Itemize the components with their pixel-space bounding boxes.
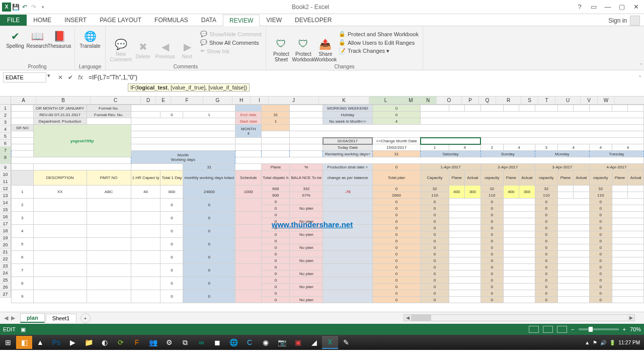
- taskbar-app-11[interactable]: ⧉: [177, 336, 193, 349]
- track-changes-button[interactable]: 📝 Track Changes ▾: [339, 47, 419, 55]
- insert-function-icon[interactable]: fx: [75, 72, 86, 82]
- zoom-slider[interactable]: [579, 328, 619, 330]
- status-mode: EDIT: [3, 326, 16, 332]
- tray-battery-icon[interactable]: 🔋: [609, 340, 615, 345]
- page-break-view-icon[interactable]: [557, 326, 567, 333]
- taskbar-app-16[interactable]: ◉: [258, 336, 274, 349]
- formula-input[interactable]: [86, 72, 644, 82]
- taskbar-app-14[interactable]: 🌐: [225, 336, 242, 349]
- page-layout-view-icon[interactable]: [543, 326, 553, 333]
- formula-bar: EDATE ▾ ✕ ✔ fx ⌄ IF(logical_test, [value…: [0, 70, 644, 97]
- window-title: Book2 - Excel: [47, 4, 574, 11]
- group-changes: 🛡Protect Sheet 🛡Protect Workbook 📤Share …: [266, 26, 423, 70]
- scrollbar-thumb[interactable]: [411, 315, 431, 321]
- sheet-tab-bar: ◀ ▶ plan Sheet1 + ◀ ▶: [0, 312, 644, 324]
- row-headers[interactable]: 1234567891011121314151617181920212223242…: [0, 105, 11, 298]
- allow-edit-ranges-button[interactable]: 🔓 Allow Users to Edit Ranges: [339, 39, 419, 46]
- zoom-in-icon[interactable]: +: [623, 326, 626, 332]
- tab-home[interactable]: HOME: [27, 14, 58, 26]
- maximize-icon[interactable]: ▢: [616, 2, 628, 12]
- tab-page-layout[interactable]: PAGE LAYOUT: [93, 14, 148, 26]
- taskbar-app-3[interactable]: Ps: [48, 336, 64, 349]
- taskbar-app-6[interactable]: ◐: [97, 336, 113, 349]
- scroll-left-icon[interactable]: ◀: [404, 315, 411, 321]
- taskbar-app-19[interactable]: ◢: [306, 336, 322, 349]
- expand-formula-bar-icon[interactable]: ⌄: [638, 72, 642, 78]
- tab-formulas[interactable]: FORMULAS: [148, 14, 195, 26]
- group-language: 🌐Translate Language: [75, 26, 106, 70]
- tab-insert[interactable]: INSERT: [58, 14, 93, 26]
- group-proofing: ✔Spelling 📖Research 📕Thesaurus Proofing: [0, 26, 75, 70]
- collapse-ribbon-icon[interactable]: ˆ: [640, 63, 642, 69]
- start-button[interactable]: ⊞: [0, 336, 16, 349]
- research-button[interactable]: 📖Research: [26, 27, 48, 49]
- name-box-dropdown-icon[interactable]: ▾: [46, 72, 51, 79]
- taskbar-app-12[interactable]: ∞: [193, 336, 209, 349]
- formula-tooltip: IF(logical_test, [value_if_true], [value…: [128, 83, 250, 92]
- title-bar: X 💾 ↶ ↷ ▾ Book2 - Excel ? ▭ — ▢ ✕: [0, 0, 644, 14]
- show-hide-comment-button[interactable]: 💬 Show/Hide Comment: [200, 30, 262, 38]
- sign-in-link[interactable]: Sign in: [608, 17, 627, 24]
- taskbar-app-8[interactable]: F: [129, 336, 145, 349]
- excel-icon: X: [2, 3, 11, 12]
- horizontal-scrollbar[interactable]: ◀ ▶: [404, 314, 635, 321]
- system-tray[interactable]: ▲ ⚑ 🔊 🔋 11:27 PM: [585, 340, 644, 345]
- taskbar-app-9[interactable]: 👥: [145, 336, 161, 349]
- worksheet-area: ABCDEFGHIJKLMNOPQRSTUVW 1234567891011121…: [0, 97, 644, 312]
- scroll-right-icon[interactable]: ▶: [627, 315, 634, 321]
- zoom-level[interactable]: 70%: [630, 326, 641, 332]
- thesaurus-button[interactable]: 📕Thesaurus: [48, 27, 70, 49]
- tab-file[interactable]: FILE: [0, 15, 27, 26]
- save-icon[interactable]: 💾: [11, 3, 20, 12]
- taskbar-app-1[interactable]: ◧: [16, 336, 32, 349]
- tray-clock[interactable]: 11:27 PM: [618, 340, 640, 345]
- macro-record-icon[interactable]: ▣: [21, 326, 26, 333]
- name-box[interactable]: EDATE: [3, 72, 46, 82]
- minimize-icon[interactable]: —: [602, 2, 614, 12]
- normal-view-icon[interactable]: [529, 326, 539, 333]
- tab-data[interactable]: DATA: [195, 14, 223, 26]
- taskbar-app-2[interactable]: ▲: [32, 336, 48, 349]
- ribbon-tabs: FILE HOME INSERT PAGE LAYOUT FORMULAS DA…: [0, 14, 644, 26]
- taskbar-app-4[interactable]: ▶: [64, 336, 80, 349]
- taskbar-app-18[interactable]: ▣: [290, 336, 306, 349]
- sheet-nav-prev-icon[interactable]: ◀: [4, 315, 8, 321]
- taskbar-app-5[interactable]: 📁: [80, 336, 97, 349]
- taskbar-app-13[interactable]: ◼: [209, 336, 225, 349]
- protect-share-workbook-button[interactable]: 🔒 Protect and Share Workbook: [339, 30, 419, 38]
- sheet-tab-sheet1[interactable]: Sheet1: [46, 314, 76, 322]
- close-icon[interactable]: ✕: [630, 2, 642, 12]
- tab-review[interactable]: REVIEW: [223, 15, 260, 26]
- worksheet-cells[interactable]: OR MONTH OF JANUARYFormat No.WORKING WEE…: [11, 105, 644, 312]
- group-comments: 💬New Comment ✖Delete ◀Previous ▶Next 💬 S…: [106, 26, 266, 70]
- taskbar-app-17[interactable]: 📷: [274, 336, 290, 349]
- enter-formula-icon[interactable]: ✔: [65, 72, 75, 82]
- help-icon[interactable]: ?: [574, 2, 586, 12]
- tab-developer[interactable]: DEVELOPER: [288, 14, 338, 26]
- tab-view[interactable]: VIEW: [260, 14, 288, 26]
- sheet-nav-next-icon[interactable]: ▶: [11, 315, 15, 321]
- show-ink-button[interactable]: ✒ Show Ink: [200, 47, 262, 55]
- sheet-tab-plan[interactable]: plan: [20, 313, 45, 323]
- undo-icon[interactable]: ↶: [20, 3, 29, 12]
- taskbar-app-7[interactable]: ⟳: [113, 336, 129, 349]
- select-all-corner[interactable]: [0, 97, 11, 105]
- show-all-comments-button[interactable]: 💬 Show All Comments: [200, 39, 262, 46]
- add-sheet-button[interactable]: +: [80, 313, 91, 323]
- tray-volume-icon[interactable]: 🔊: [600, 340, 606, 345]
- zoom-out-icon[interactable]: −: [571, 326, 574, 332]
- cancel-formula-icon[interactable]: ✕: [55, 72, 65, 82]
- tray-network-icon[interactable]: ⚑: [593, 340, 597, 345]
- taskbar-app-15[interactable]: C: [242, 336, 258, 349]
- qat-dropdown-icon[interactable]: ▾: [38, 3, 47, 12]
- spelling-button[interactable]: ✔Spelling: [4, 27, 26, 49]
- taskbar-app-20[interactable]: ✎: [338, 336, 354, 349]
- user-avatar[interactable]: [630, 16, 640, 26]
- redo-icon[interactable]: ↷: [29, 3, 38, 12]
- taskbar-excel[interactable]: X: [322, 336, 338, 349]
- ribbon-display-icon[interactable]: ▭: [588, 2, 600, 12]
- taskbar-app-10[interactable]: ⚙: [161, 336, 177, 349]
- translate-button[interactable]: 🌐Translate: [79, 27, 101, 49]
- tray-up-icon[interactable]: ▲: [585, 340, 590, 345]
- column-headers[interactable]: ABCDEFGHIJKLMNOPQRSTUVW: [11, 97, 644, 105]
